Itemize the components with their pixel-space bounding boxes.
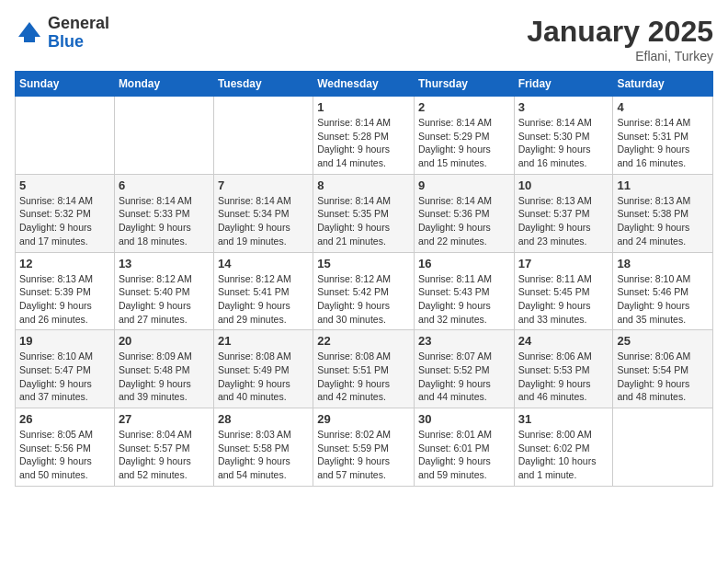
logo-blue: Blue — [48, 33, 109, 52]
calendar-cell — [213, 97, 313, 175]
weekday-header: Tuesday — [213, 72, 313, 97]
calendar-week-row: 1Sunrise: 8:14 AM Sunset: 5:28 PM Daylig… — [16, 97, 713, 175]
weekday-header: Wednesday — [313, 72, 415, 97]
day-number: 25 — [617, 334, 709, 348]
day-number: 5 — [19, 178, 110, 192]
day-info: Sunrise: 8:03 AM Sunset: 5:58 PM Dayligh… — [218, 428, 309, 482]
calendar-cell: 28Sunrise: 8:03 AM Sunset: 5:58 PM Dayli… — [213, 408, 313, 487]
day-info: Sunrise: 8:14 AM Sunset: 5:31 PM Dayligh… — [617, 116, 709, 170]
calendar-header: SundayMondayTuesdayWednesdayThursdayFrid… — [16, 72, 713, 97]
day-info: Sunrise: 8:05 AM Sunset: 5:56 PM Dayligh… — [19, 428, 110, 482]
day-number: 22 — [317, 334, 410, 348]
day-info: Sunrise: 8:12 AM Sunset: 5:40 PM Dayligh… — [119, 272, 210, 327]
calendar-cell: 17Sunrise: 8:11 AM Sunset: 5:45 PM Dayli… — [514, 252, 613, 330]
day-number: 6 — [119, 178, 210, 192]
day-number: 24 — [518, 334, 609, 348]
day-info: Sunrise: 8:06 AM Sunset: 5:53 PM Dayligh… — [518, 350, 609, 404]
calendar-week-row: 12Sunrise: 8:13 AM Sunset: 5:39 PM Dayli… — [16, 252, 713, 330]
calendar-cell: 26Sunrise: 8:05 AM Sunset: 5:56 PM Dayli… — [16, 408, 115, 487]
day-number: 23 — [418, 334, 510, 348]
svg-rect-1 — [24, 37, 35, 42]
calendar-cell: 12Sunrise: 8:13 AM Sunset: 5:39 PM Dayli… — [16, 252, 115, 330]
day-number: 13 — [119, 257, 210, 270]
weekday-header: Friday — [514, 72, 613, 97]
month-title: January 2025 — [527, 15, 713, 49]
day-number: 1 — [317, 100, 410, 114]
day-info: Sunrise: 8:10 AM Sunset: 5:47 PM Dayligh… — [19, 350, 110, 404]
day-info: Sunrise: 8:14 AM Sunset: 5:28 PM Dayligh… — [317, 116, 410, 170]
day-info: Sunrise: 8:14 AM Sunset: 5:29 PM Dayligh… — [418, 116, 510, 170]
day-info: Sunrise: 8:14 AM Sunset: 5:36 PM Dayligh… — [418, 194, 510, 248]
title-block: January 2025 Eflani, Turkey — [527, 15, 713, 63]
calendar-cell: 13Sunrise: 8:12 AM Sunset: 5:40 PM Dayli… — [114, 252, 213, 330]
calendar-body: 1Sunrise: 8:14 AM Sunset: 5:28 PM Daylig… — [16, 97, 713, 487]
day-number: 21 — [218, 334, 309, 348]
day-number: 10 — [518, 178, 609, 192]
day-number: 27 — [119, 412, 210, 426]
day-info: Sunrise: 8:02 AM Sunset: 5:59 PM Dayligh… — [317, 428, 410, 482]
calendar-cell: 20Sunrise: 8:09 AM Sunset: 5:48 PM Dayli… — [114, 330, 213, 408]
day-number: 9 — [418, 178, 510, 192]
day-number: 2 — [418, 100, 510, 114]
day-info: Sunrise: 8:10 AM Sunset: 5:46 PM Dayligh… — [617, 272, 709, 327]
calendar-cell — [613, 408, 713, 487]
calendar-cell: 25Sunrise: 8:06 AM Sunset: 5:54 PM Dayli… — [613, 330, 713, 408]
calendar-cell: 30Sunrise: 8:01 AM Sunset: 6:01 PM Dayli… — [414, 408, 514, 487]
svg-marker-0 — [18, 22, 40, 37]
day-info: Sunrise: 8:14 AM Sunset: 5:30 PM Dayligh… — [518, 116, 609, 170]
day-number: 7 — [218, 178, 309, 192]
calendar-cell: 21Sunrise: 8:08 AM Sunset: 5:49 PM Dayli… — [213, 330, 313, 408]
calendar-cell: 8Sunrise: 8:14 AM Sunset: 5:35 PM Daylig… — [313, 174, 415, 252]
day-number: 30 — [418, 412, 510, 426]
calendar-cell — [114, 97, 213, 175]
day-number: 18 — [617, 257, 709, 270]
calendar-cell: 5Sunrise: 8:14 AM Sunset: 5:32 PM Daylig… — [16, 174, 115, 252]
day-info: Sunrise: 8:12 AM Sunset: 5:42 PM Dayligh… — [317, 272, 410, 327]
location: Eflani, Turkey — [527, 49, 713, 63]
weekday-header-row: SundayMondayTuesdayWednesdayThursdayFrid… — [16, 72, 713, 97]
day-number: 29 — [317, 412, 410, 426]
logo-icon — [15, 18, 44, 48]
calendar-cell: 22Sunrise: 8:08 AM Sunset: 5:51 PM Dayli… — [313, 330, 415, 408]
day-info: Sunrise: 8:11 AM Sunset: 5:43 PM Dayligh… — [418, 272, 510, 327]
day-number: 14 — [218, 257, 309, 270]
day-number: 31 — [518, 412, 609, 426]
day-number: 16 — [418, 257, 510, 270]
calendar-cell: 24Sunrise: 8:06 AM Sunset: 5:53 PM Dayli… — [514, 330, 613, 408]
calendar-cell: 2Sunrise: 8:14 AM Sunset: 5:29 PM Daylig… — [414, 97, 514, 175]
day-info: Sunrise: 8:14 AM Sunset: 5:33 PM Dayligh… — [119, 194, 210, 248]
calendar-week-row: 26Sunrise: 8:05 AM Sunset: 5:56 PM Dayli… — [16, 408, 713, 487]
day-info: Sunrise: 8:06 AM Sunset: 5:54 PM Dayligh… — [617, 350, 709, 404]
calendar-cell: 23Sunrise: 8:07 AM Sunset: 5:52 PM Dayli… — [414, 330, 514, 408]
calendar-cell: 15Sunrise: 8:12 AM Sunset: 5:42 PM Dayli… — [313, 252, 415, 330]
calendar-cell: 18Sunrise: 8:10 AM Sunset: 5:46 PM Dayli… — [613, 252, 713, 330]
day-info: Sunrise: 8:08 AM Sunset: 5:49 PM Dayligh… — [218, 350, 309, 404]
day-info: Sunrise: 8:13 AM Sunset: 5:39 PM Dayligh… — [19, 272, 110, 327]
day-number: 19 — [19, 334, 110, 348]
weekday-header: Thursday — [414, 72, 514, 97]
day-info: Sunrise: 8:04 AM Sunset: 5:57 PM Dayligh… — [119, 428, 210, 482]
day-number: 4 — [617, 100, 709, 114]
day-info: Sunrise: 8:11 AM Sunset: 5:45 PM Dayligh… — [518, 272, 609, 327]
day-number: 12 — [19, 257, 110, 270]
calendar-cell: 4Sunrise: 8:14 AM Sunset: 5:31 PM Daylig… — [613, 97, 713, 175]
calendar-cell: 14Sunrise: 8:12 AM Sunset: 5:41 PM Dayli… — [213, 252, 313, 330]
calendar-cell: 31Sunrise: 8:00 AM Sunset: 6:02 PM Dayli… — [514, 408, 613, 487]
calendar-cell — [16, 97, 115, 175]
day-number: 28 — [218, 412, 309, 426]
day-number: 26 — [19, 412, 110, 426]
day-info: Sunrise: 8:09 AM Sunset: 5:48 PM Dayligh… — [119, 350, 210, 404]
day-number: 15 — [317, 257, 410, 270]
day-info: Sunrise: 8:12 AM Sunset: 5:41 PM Dayligh… — [218, 272, 309, 327]
calendar-cell: 11Sunrise: 8:13 AM Sunset: 5:38 PM Dayli… — [613, 174, 713, 252]
day-number: 17 — [518, 257, 609, 270]
calendar-table: SundayMondayTuesdayWednesdayThursdayFrid… — [15, 71, 713, 487]
day-number: 8 — [317, 178, 410, 192]
calendar-cell: 16Sunrise: 8:11 AM Sunset: 5:43 PM Dayli… — [414, 252, 514, 330]
day-info: Sunrise: 8:13 AM Sunset: 5:37 PM Dayligh… — [518, 194, 609, 248]
weekday-header: Sunday — [16, 72, 115, 97]
day-info: Sunrise: 8:13 AM Sunset: 5:38 PM Dayligh… — [617, 194, 709, 248]
logo-text: General Blue — [48, 15, 109, 52]
logo: General Blue — [15, 15, 109, 52]
weekday-header: Monday — [114, 72, 213, 97]
